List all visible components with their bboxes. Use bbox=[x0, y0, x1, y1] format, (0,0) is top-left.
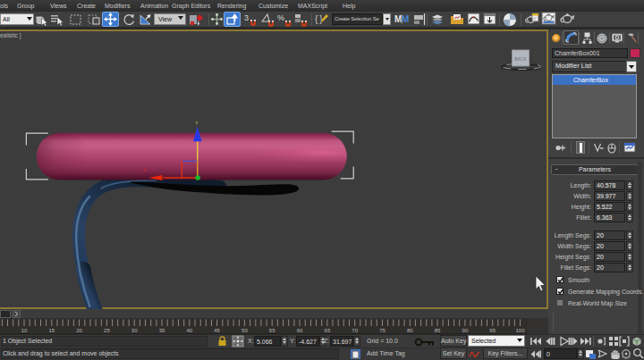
svg-text:65: 65 bbox=[325, 328, 331, 333]
svg-text:20: 20 bbox=[76, 328, 82, 333]
svg-text:35: 35 bbox=[159, 328, 165, 333]
svg-text:90: 90 bbox=[462, 328, 469, 333]
svg-text:25: 25 bbox=[104, 328, 110, 333]
svg-text:75: 75 bbox=[379, 328, 386, 333]
svg-text:70: 70 bbox=[352, 328, 358, 333]
svg-text:100: 100 bbox=[515, 328, 525, 333]
svg-text:30: 30 bbox=[131, 328, 138, 333]
svg-text:60: 60 bbox=[297, 328, 303, 333]
svg-text:15: 15 bbox=[48, 328, 55, 333]
svg-text:55: 55 bbox=[269, 328, 275, 333]
svg-text:{ }: { } bbox=[315, 14, 323, 24]
svg-text:85: 85 bbox=[435, 328, 441, 333]
svg-text:80: 80 bbox=[407, 328, 413, 333]
svg-text:40: 40 bbox=[186, 328, 192, 333]
svg-text:%: % bbox=[277, 13, 284, 22]
svg-text:10: 10 bbox=[21, 328, 28, 333]
svg-text:3: 3 bbox=[244, 13, 249, 22]
svg-text:50: 50 bbox=[242, 328, 248, 333]
svg-text:45: 45 bbox=[214, 328, 220, 333]
svg-text:z: z bbox=[195, 120, 198, 125]
svg-text:M: M bbox=[402, 14, 409, 24]
svg-text:95: 95 bbox=[489, 328, 496, 333]
